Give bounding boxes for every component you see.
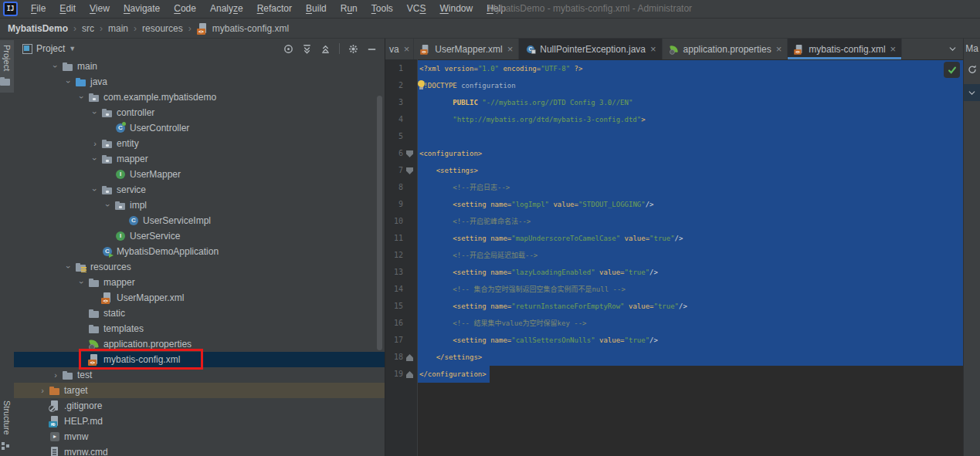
chevron-expanded-icon[interactable]: › — [64, 261, 73, 273]
menu-refactor[interactable]: Refactor — [250, 0, 299, 18]
breadcrumb-resources[interactable]: resources — [142, 23, 183, 34]
inspection-status-ok[interactable] — [944, 62, 960, 78]
fold-marker-icon[interactable] — [406, 150, 413, 157]
code-line-6[interactable]: <configuration> — [418, 145, 964, 162]
chevron-collapsed-icon[interactable]: › — [89, 139, 101, 148]
menu-build[interactable]: Build — [299, 0, 334, 18]
chevron-expanded-icon[interactable]: › — [103, 199, 113, 211]
tab-nullpointerexception-java[interactable]: CNullPointerException.java× — [519, 39, 662, 59]
tree-item-impl[interactable]: ›impl — [14, 198, 385, 213]
code-line-9[interactable]: <setting name="logImpl" value="STDOUT_LO… — [418, 196, 964, 213]
tree-item-mvnw[interactable]: ▸mvnw — [14, 429, 385, 444]
menu-navigate[interactable]: Navigate — [117, 0, 167, 18]
menu-vcs[interactable]: VCS — [400, 0, 433, 18]
code-line-10[interactable]: <!--开启驼峰命名法--> — [418, 213, 964, 230]
tree-item-controller[interactable]: ›controller — [14, 105, 385, 120]
tab-usermapper-xml[interactable]: <>UserMapper.xml× — [414, 39, 519, 59]
tree-item-templates[interactable]: templates — [14, 321, 385, 336]
tree-item-target[interactable]: ›target — [14, 383, 385, 398]
close-icon[interactable]: × — [650, 44, 656, 54]
code-viewport[interactable]: <?xml version="1.0" encoding="UTF-8" ?><… — [418, 60, 964, 456]
code-line-5[interactable] — [418, 128, 964, 145]
locate-button[interactable] — [282, 42, 295, 56]
stripe-tab-structure[interactable]: Structure — [0, 400, 14, 451]
tree-item-entity[interactable]: ›entity — [14, 136, 385, 151]
tree-item-mapper[interactable]: ›mapper — [14, 151, 385, 167]
tree-item-application-properties[interactable]: application.properties — [14, 336, 385, 352]
code-line-2[interactable]: <!DOCTYPE configuration — [418, 77, 964, 94]
tab-va[interactable]: va× — [385, 39, 414, 59]
chevron-collapsed-icon[interactable]: › — [49, 370, 62, 380]
code-line-11[interactable]: <setting name="mapUnderscoreToCamelCase"… — [418, 230, 964, 247]
tree-item-mvnw-cmd[interactable]: mvnw.cmd — [14, 444, 385, 456]
code-line-12[interactable]: <!--开启全局延迟加载--> — [418, 247, 964, 264]
chevron-down-icon[interactable] — [964, 84, 980, 101]
tree-item-mybatisdemoapplication[interactable]: CMybatisDemoApplication — [14, 244, 385, 259]
tree-item-usermapper[interactable]: IUserMapper — [14, 167, 385, 182]
code-line-4[interactable]: "http://mybatis.org/dtd/mybatis-3-config… — [418, 111, 964, 128]
tab-mybatis-config-xml[interactable]: <>mybatis-config.xml× — [788, 39, 902, 59]
chevron-expanded-icon[interactable]: › — [77, 276, 86, 289]
chevron-expanded-icon[interactable]: › — [90, 153, 100, 165]
breadcrumb-src[interactable]: src — [82, 23, 94, 34]
close-icon[interactable]: × — [776, 44, 782, 54]
chevron-expanded-icon[interactable]: › — [51, 60, 60, 73]
tree-item-resources[interactable]: ›resources — [14, 259, 385, 275]
fold-marker-icon[interactable] — [406, 354, 413, 361]
menu-tools[interactable]: Tools — [365, 0, 400, 18]
chevron-down-icon[interactable]: ▼ — [69, 45, 76, 52]
code-line-16[interactable]: <!-- 结果集中value为空时保留key --> — [418, 315, 964, 332]
fold-marker-icon[interactable] — [406, 167, 413, 174]
stripe-tab-project[interactable]: Project — [0, 40, 14, 93]
project-panel-title[interactable]: Project — [36, 43, 65, 54]
breadcrumb-mybatis-config-xml[interactable]: <>mybatis-config.xml — [197, 22, 289, 35]
collapse-all-button[interactable] — [319, 42, 332, 56]
tree-item-service[interactable]: ›service — [14, 182, 385, 198]
hidden-tabs-button[interactable] — [941, 39, 964, 59]
code-line-7[interactable]: <settings> — [418, 162, 964, 179]
tree-scrollbar[interactable] — [377, 96, 382, 350]
chevron-expanded-icon[interactable]: › — [64, 76, 73, 88]
chevron-expanded-icon[interactable]: › — [90, 184, 100, 196]
menu-view[interactable]: View — [83, 0, 117, 18]
breadcrumb-main[interactable]: main — [108, 23, 128, 34]
menu-run[interactable]: Run — [334, 0, 365, 18]
code-line-8[interactable]: <!--开启日志--> — [418, 179, 964, 196]
code-line-18[interactable]: </settings> — [418, 349, 964, 366]
menu-file[interactable]: File — [24, 0, 53, 18]
tree-item-com-example-mybatisdemo[interactable]: ›com.example.mybatisdemo — [14, 90, 385, 105]
tree-item-userservice[interactable]: IUserService — [14, 228, 385, 244]
tree-item-static[interactable]: static — [14, 306, 385, 321]
fold-marker-icon[interactable] — [406, 371, 413, 378]
settings-button[interactable] — [347, 42, 360, 56]
tab-application-properties[interactable]: application.properties× — [663, 39, 788, 59]
menu-edit[interactable]: Edit — [53, 0, 83, 18]
menu-code[interactable]: Code — [167, 0, 203, 18]
code-line-15[interactable]: <setting name="returnInstanceForEmptyRow… — [418, 298, 964, 315]
code-line-19[interactable]: </configuration> — [418, 366, 964, 383]
close-icon[interactable]: × — [507, 44, 514, 54]
hide-button[interactable] — [365, 42, 378, 56]
close-icon[interactable]: × — [404, 44, 410, 54]
tree-item-mapper[interactable]: ›mapper — [14, 275, 385, 290]
tree-item-userserviceimpl[interactable]: CUserServiceImpl — [14, 213, 385, 228]
refresh-icon[interactable] — [967, 64, 978, 78]
code-line-3[interactable]: PUBLIC "-//mybatis.org//DTD Config 3.0//… — [418, 94, 964, 111]
tree-item-main[interactable]: ›main — [14, 59, 385, 74]
menu-window[interactable]: Window — [432, 0, 480, 18]
chevron-expanded-icon[interactable]: › — [90, 106, 100, 119]
tree-item-usermapper-xml[interactable]: <>UserMapper.xml — [14, 290, 385, 306]
code-line-13[interactable]: <setting name="lazyLoadingEnabled" value… — [418, 264, 964, 281]
menu-analyze[interactable]: Analyze — [203, 0, 250, 18]
chevron-collapsed-icon[interactable]: › — [36, 386, 49, 395]
tree-item-mybatis-config-xml[interactable]: <>mybatis-config.xml — [14, 352, 385, 367]
tree-item-test[interactable]: ›test — [14, 367, 385, 383]
code-line-14[interactable]: <!-- 集合为空时强制返回空集合实例而不是null --> — [418, 281, 964, 298]
tree-item-usercontroller[interactable]: CUserController — [14, 120, 385, 136]
tree-item-java[interactable]: ›java — [14, 74, 385, 90]
intention-bulb-icon[interactable] — [418, 80, 426, 90]
maven-tab-fragment[interactable]: Ma — [965, 43, 978, 54]
breadcrumb-mybatisdemo[interactable]: MybatisDemo — [8, 23, 68, 34]
tree-item-gitignore[interactable]: .gitignore — [14, 398, 385, 414]
expand-all-button[interactable] — [300, 42, 314, 56]
